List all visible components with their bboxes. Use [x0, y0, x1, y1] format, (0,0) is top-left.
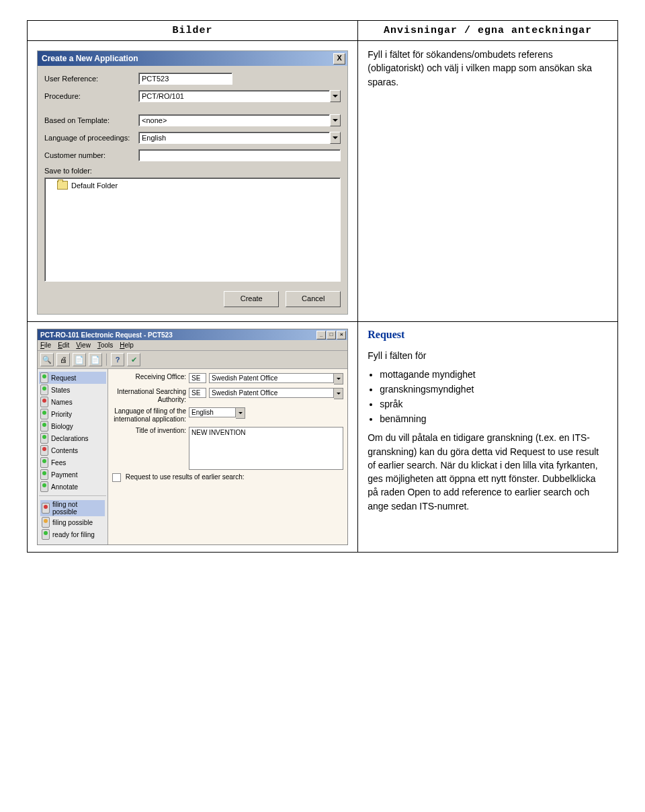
- dialog-title: Create a New Application: [42, 54, 138, 63]
- layout-table: Bilder Anvisningar / egna anteckningar C…: [27, 20, 618, 553]
- check-icon[interactable]: ✔: [127, 353, 140, 366]
- lang-filing-select[interactable]: English: [189, 407, 236, 417]
- chevron-down-icon[interactable]: [330, 114, 341, 126]
- isa-code[interactable]: SE: [189, 388, 206, 398]
- chevron-down-icon[interactable]: [236, 407, 245, 419]
- nav-biology[interactable]: Biology: [39, 420, 106, 432]
- nav-payment[interactable]: Payment: [39, 469, 106, 481]
- request-para: Om du vill påtala en tidigare granskning…: [368, 431, 608, 513]
- status-light-icon: [40, 372, 48, 383]
- procedure-label: Procedure:: [44, 92, 138, 100]
- status-light-icon: [40, 445, 48, 456]
- nav-divider: [39, 495, 106, 496]
- lang-filing-label: Language of filing of the international …: [112, 407, 186, 423]
- header-right: Anvisningar / egna anteckningar: [358, 21, 618, 41]
- folder-label: Default Folder: [71, 181, 118, 190]
- nav-fees[interactable]: Fees: [39, 456, 106, 469]
- save-folder-label: Save to folder:: [44, 167, 341, 175]
- folder-item[interactable]: Default Folder: [49, 181, 336, 190]
- status-light-icon: [40, 469, 48, 480]
- doc-icon[interactable]: 📄: [73, 353, 86, 366]
- chevron-down-icon[interactable]: [334, 388, 343, 399]
- customer-number-input[interactable]: [138, 149, 341, 161]
- folder-tree[interactable]: Default Folder: [44, 177, 341, 282]
- template-label: Based on Template:: [44, 116, 138, 124]
- status-light-icon: [42, 529, 50, 540]
- header-left: Bilder: [28, 21, 358, 41]
- status-light-icon: [40, 409, 48, 419]
- maximize-icon[interactable]: □: [327, 331, 336, 339]
- bullet: granskningsmyndighet: [380, 384, 608, 395]
- form-panel: Receiving Office: SE Swedish Patent Offi…: [108, 369, 347, 544]
- pct-request-window: PCT-RO-101 Electronic Request - PCT523 _…: [37, 329, 348, 545]
- minimize-icon[interactable]: _: [316, 331, 326, 339]
- request-bullets: mottagande myndighet granskningsmyndighe…: [380, 369, 608, 424]
- earlier-search-checkbox[interactable]: [112, 473, 121, 482]
- menu-tools[interactable]: Tools: [97, 341, 113, 349]
- status-light-icon: [40, 481, 48, 492]
- status-light-icon: [42, 517, 50, 528]
- instruction-text-1: Fyll i fältet för sökandens/ombudets ref…: [368, 48, 608, 89]
- procedure-select[interactable]: PCT/RO/101: [138, 90, 330, 102]
- app-title: PCT-RO-101 Electronic Request - PCT523: [40, 331, 173, 339]
- isa-name[interactable]: Swedish Patent Office: [209, 388, 334, 398]
- request-intro: Fyll i fälten för: [368, 349, 608, 362]
- customer-number-label: Customer number:: [44, 151, 138, 159]
- title-invention-input[interactable]: NEW INVENTION: [189, 427, 343, 470]
- language-label: Language of proceedings:: [44, 134, 138, 142]
- receiving-office-code[interactable]: SE: [189, 373, 206, 383]
- status-light-icon: [40, 397, 48, 407]
- bullet: mottagande myndighet: [380, 369, 608, 380]
- nav-declarations[interactable]: Declarations: [39, 432, 106, 444]
- cancel-button[interactable]: Cancel: [286, 291, 341, 307]
- legend: filing not possible filing possible read…: [39, 499, 106, 542]
- title-invention-label: Title of invention:: [112, 427, 186, 435]
- help-icon[interactable]: ?: [111, 353, 124, 366]
- print-icon[interactable]: 🖨: [56, 353, 70, 366]
- menu-edit[interactable]: Edit: [58, 341, 69, 349]
- nav-panel: Request States Names Priority Biology De…: [38, 369, 108, 544]
- create-button[interactable]: Create: [224, 291, 279, 307]
- doc-icon[interactable]: 📄: [89, 353, 102, 366]
- preview-icon[interactable]: 🔍: [40, 353, 54, 366]
- nav-priority[interactable]: Priority: [39, 408, 106, 420]
- chevron-down-icon[interactable]: [330, 132, 341, 144]
- nav-request[interactable]: Request: [39, 372, 106, 384]
- nav-states[interactable]: States: [39, 384, 106, 396]
- receiving-office-label: Receiving Office:: [112, 373, 186, 381]
- create-application-dialog: Create a New Application X User Referenc…: [37, 50, 348, 315]
- status-light-icon: [42, 503, 50, 514]
- app-titlebar: PCT-RO-101 Electronic Request - PCT523 _…: [38, 329, 347, 340]
- close-icon[interactable]: X: [333, 53, 345, 65]
- menu-file[interactable]: File: [40, 341, 51, 349]
- isa-label: International Searching Authority:: [112, 388, 186, 404]
- dialog-titlebar: Create a New Application X: [38, 51, 347, 66]
- status-light-icon: [40, 421, 48, 432]
- user-reference-input[interactable]: PCT523: [138, 73, 232, 85]
- bullet: språk: [380, 399, 608, 409]
- status-light-icon: [40, 457, 48, 468]
- menu-view[interactable]: View: [76, 341, 91, 349]
- menu-help[interactable]: Help: [120, 341, 134, 349]
- nav-contents[interactable]: Contents: [39, 444, 106, 456]
- close-icon[interactable]: ×: [337, 331, 346, 339]
- nav-names[interactable]: Names: [39, 396, 106, 408]
- user-reference-label: User Reference:: [44, 75, 138, 83]
- menu-bar: File Edit View Tools Help: [38, 340, 347, 351]
- earlier-search-label: Request to use results of earlier search…: [126, 473, 245, 481]
- receiving-office-name[interactable]: Swedish Patent Office: [209, 373, 334, 383]
- nav-annotate[interactable]: Annotate: [39, 481, 106, 493]
- earlier-search-row: Request to use results of earlier search…: [112, 473, 245, 482]
- bullet: benämning: [380, 413, 608, 424]
- chevron-down-icon[interactable]: [334, 373, 343, 384]
- template-select[interactable]: <none>: [138, 114, 330, 126]
- toolbar-divider: [106, 354, 107, 366]
- language-select[interactable]: English: [138, 132, 330, 144]
- request-heading: Request: [368, 329, 608, 341]
- folder-icon: [57, 181, 68, 190]
- chevron-down-icon[interactable]: [330, 90, 341, 102]
- toolbar: 🔍 🖨 📄 📄 ? ✔: [38, 351, 347, 369]
- status-light-icon: [40, 433, 48, 444]
- status-light-icon: [40, 384, 48, 395]
